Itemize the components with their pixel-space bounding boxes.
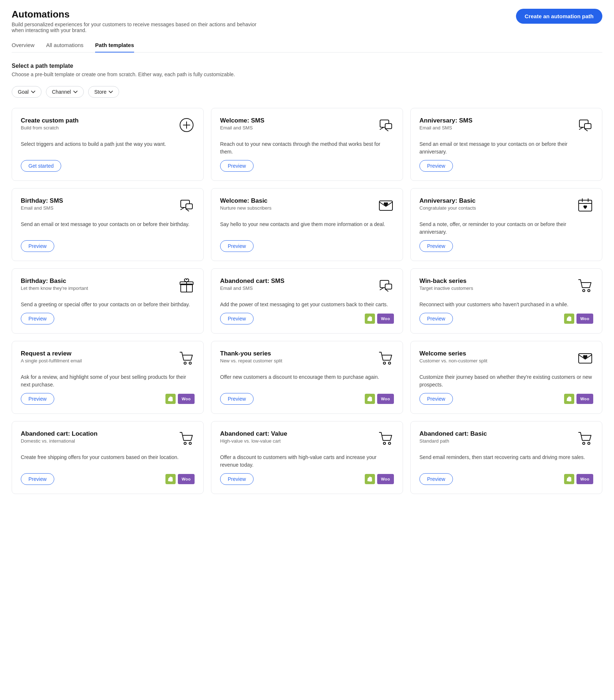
- card-description: Customize their journey based on whether…: [419, 373, 593, 389]
- card-header: Win-back series Target inactive customer…: [419, 277, 593, 296]
- svg-point-35: [189, 442, 191, 444]
- card-header: Request a review A single post-fulfillme…: [21, 350, 195, 369]
- card-title: Abandoned cart: Location: [21, 430, 98, 438]
- badge-group: Woo: [365, 314, 394, 324]
- svg-point-39: [588, 442, 590, 444]
- card-subtitle: Let them know they're important: [21, 285, 88, 291]
- card-footer: Preview: [419, 240, 593, 252]
- svg-point-28: [588, 289, 590, 292]
- preview-button[interactable]: Preview: [220, 313, 254, 324]
- svg-point-37: [388, 442, 391, 444]
- templates-grid: Create custom path Build from scratch Se…: [12, 108, 602, 494]
- card-subtitle: Customer vs. non-customer split: [419, 358, 487, 363]
- card-title-group: Welcome: SMS Email and SMS: [220, 117, 265, 131]
- preview-button[interactable]: Preview: [21, 240, 54, 252]
- card-description: Reach out to your new contacts through t…: [220, 140, 394, 156]
- card-title: Birthday: SMS: [21, 197, 63, 205]
- card-header: Thank-you series New vs. repeat customer…: [220, 350, 394, 369]
- create-automation-button[interactable]: Create an automation path: [516, 9, 602, 24]
- card-title-group: Welcome series Customer vs. non-customer…: [419, 350, 487, 363]
- card-footer: Preview Woo: [21, 393, 195, 405]
- preview-button[interactable]: Preview: [21, 313, 54, 324]
- woo-badge: Woo: [576, 394, 593, 404]
- template-card: Anniversary: Basic Congratulate your con…: [410, 188, 602, 261]
- filter-goal-label: Goal: [18, 89, 29, 95]
- card-description: Reconnect with your customers who haven'…: [419, 301, 593, 308]
- card-header: Welcome: Basic Nurture new subscribers: [220, 197, 394, 216]
- card-icon: [378, 350, 394, 369]
- shopify-badge: [564, 314, 574, 324]
- svg-point-38: [583, 442, 585, 444]
- tab-all-automations[interactable]: All automations: [46, 42, 84, 52]
- woo-badge: Woo: [576, 474, 593, 484]
- tab-overview[interactable]: Overview: [12, 42, 35, 52]
- tab-path-templates[interactable]: Path templates: [95, 42, 134, 52]
- preview-button[interactable]: Preview: [419, 393, 453, 405]
- template-card: Birthday: SMS Email and SMS Send an emai…: [12, 188, 204, 261]
- card-title: Birthday: Basic: [21, 277, 88, 285]
- card-footer: Preview Woo: [419, 313, 593, 324]
- card-footer: Preview Woo: [220, 393, 394, 405]
- card-header: Welcome series Customer vs. non-customer…: [419, 350, 593, 369]
- section-subtitle: Choose a pre-built template or create on…: [12, 71, 602, 77]
- filter-goal[interactable]: Goal: [12, 86, 42, 98]
- preview-button[interactable]: Preview: [21, 393, 54, 405]
- filter-store[interactable]: Store: [88, 86, 119, 98]
- woo-label: Woo: [381, 316, 390, 321]
- card-description: Send a greeting or special offer to your…: [21, 301, 195, 308]
- preview-button[interactable]: Preview: [419, 240, 453, 252]
- card-title-group: Welcome: Basic Nurture new subscribers: [220, 197, 271, 211]
- card-title: Anniversary: SMS: [419, 117, 473, 124]
- card-footer: Preview Woo: [419, 473, 593, 485]
- card-title-group: Anniversary: SMS Email and SMS: [419, 117, 473, 131]
- card-title: Welcome series: [419, 350, 487, 357]
- woo-badge: Woo: [178, 474, 195, 484]
- card-footer: Preview: [419, 160, 593, 172]
- woo-label: Woo: [181, 397, 191, 401]
- card-icon: [378, 430, 394, 449]
- card-header: Abandoned cart: Basic Standard path: [419, 430, 593, 449]
- badge-group: Woo: [564, 314, 593, 324]
- preview-button[interactable]: Preview: [21, 473, 54, 485]
- card-title: Request a review: [21, 350, 82, 357]
- svg-point-30: [189, 362, 191, 364]
- card-title: Create custom path: [21, 117, 79, 124]
- card-subtitle: Email and SMS: [220, 285, 285, 291]
- preview-button[interactable]: Preview: [220, 393, 254, 405]
- card-title: Win-back series: [419, 277, 473, 285]
- preview-button[interactable]: Preview: [220, 473, 254, 485]
- card-footer: Preview Woo: [220, 313, 394, 324]
- filter-channel[interactable]: Channel: [46, 86, 84, 98]
- chevron-down-icon: [73, 90, 78, 94]
- preview-button[interactable]: Preview: [220, 240, 254, 252]
- svg-point-34: [184, 442, 186, 444]
- woo-label: Woo: [381, 477, 390, 481]
- card-description: Send email reminders, then start recover…: [419, 454, 593, 469]
- card-title: Abandoned cart: Basic: [419, 430, 487, 438]
- card-header: Abandoned cart: Value High-value vs. low…: [220, 430, 394, 449]
- card-subtitle: New vs. repeat customer split: [220, 358, 282, 363]
- card-icon: [179, 430, 195, 449]
- preview-button[interactable]: Preview: [419, 160, 453, 172]
- card-subtitle: Target inactive customers: [419, 285, 473, 291]
- template-card: Abandoned cart: SMS Email and SMS Add th…: [211, 268, 403, 334]
- shopify-badge: [564, 474, 574, 484]
- card-subtitle: Email and SMS: [21, 205, 63, 211]
- card-icon: [577, 277, 593, 296]
- preview-button[interactable]: Preview: [419, 473, 453, 485]
- get-started-button[interactable]: Get started: [21, 160, 61, 172]
- woo-badge: Woo: [377, 314, 394, 324]
- template-card: Create custom path Build from scratch Se…: [12, 108, 204, 181]
- woo-label: Woo: [381, 397, 390, 401]
- preview-button[interactable]: Preview: [220, 160, 254, 172]
- card-description: Offer a discount to customers with high-…: [220, 454, 394, 469]
- badge-group: Woo: [165, 474, 195, 484]
- card-footer: Preview: [21, 313, 195, 324]
- preview-button[interactable]: Preview: [419, 313, 453, 324]
- template-card: Birthday: Basic Let them know they're im…: [12, 268, 204, 334]
- card-icon: [179, 197, 195, 216]
- card-title-group: Win-back series Target inactive customer…: [419, 277, 473, 291]
- shopify-badge: [165, 394, 176, 404]
- card-header: Abandoned cart: SMS Email and SMS: [220, 277, 394, 296]
- card-title-group: Abandoned cart: Basic Standard path: [419, 430, 487, 444]
